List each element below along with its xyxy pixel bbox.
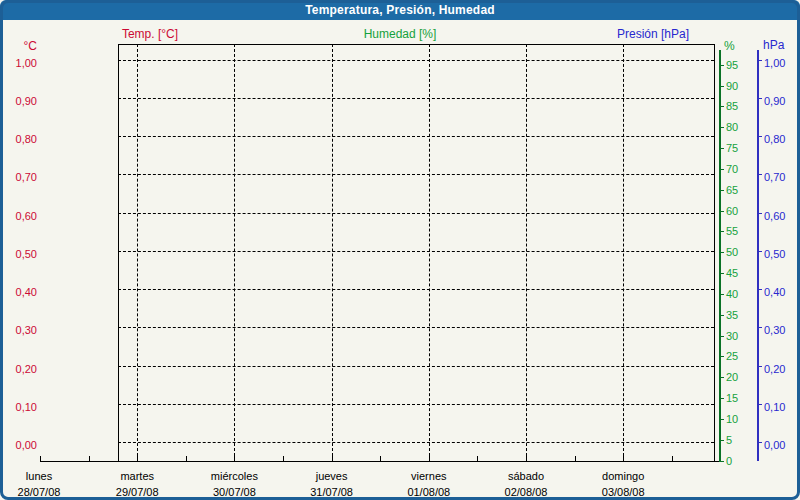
h-gridline xyxy=(118,289,714,290)
pressure-tick-label: 0,70 xyxy=(764,170,800,184)
x-axis-tick xyxy=(623,456,624,461)
humidity-tick-label: 80 xyxy=(726,120,754,134)
plot-frame-right xyxy=(714,44,715,461)
x-axis-line xyxy=(40,461,719,462)
x-axis-tick xyxy=(234,456,235,461)
humidity-tick-label: 60 xyxy=(726,204,754,218)
humidity-tick xyxy=(719,169,724,170)
x-date-label: 02/08/08 xyxy=(481,486,571,499)
x-date-label: 28/07/08 xyxy=(0,486,84,499)
humidity-tick-label: 25 xyxy=(726,349,754,363)
v-gridline xyxy=(234,44,235,461)
humidity-tick xyxy=(719,336,724,337)
pressure-tick xyxy=(757,327,762,328)
humidity-tick-label: 55 xyxy=(726,224,754,238)
x-axis-tick xyxy=(429,456,430,461)
pressure-tick-label: 0,00 xyxy=(764,438,800,452)
x-axis-tick xyxy=(283,456,284,461)
v-gridline xyxy=(526,44,527,461)
pressure-axis-unit: hPa xyxy=(763,38,797,52)
temp-tick-label: 0,40 xyxy=(2,285,37,299)
h-gridline xyxy=(118,442,714,443)
humidity-tick xyxy=(719,398,724,399)
x-day-label: miércoles xyxy=(189,470,279,483)
pressure-tick-label: 0,60 xyxy=(764,209,800,223)
legend-temperature: Temp. [°C] xyxy=(70,27,230,41)
pressure-tick xyxy=(757,213,762,214)
plot-frame-top xyxy=(118,44,714,45)
humidity-tick xyxy=(719,440,724,441)
temp-tick-label: 0,30 xyxy=(2,323,37,337)
pressure-tick-label: 0,50 xyxy=(764,247,800,261)
title-bar: Temperatura, Presión, Humedad xyxy=(0,0,800,20)
pressure-tick-label: 0,10 xyxy=(764,400,800,414)
humidity-tick xyxy=(719,356,724,357)
x-axis-tick xyxy=(380,456,381,461)
humidity-tick-label: 40 xyxy=(726,287,754,301)
x-date-label: 01/08/08 xyxy=(384,486,474,499)
humidity-tick-label: 65 xyxy=(726,183,754,197)
pressure-tick xyxy=(757,404,762,405)
pressure-tick xyxy=(757,366,762,367)
temp-tick-label: 0,80 xyxy=(2,132,37,146)
x-day-label: lunes xyxy=(0,470,84,483)
pressure-tick xyxy=(757,60,762,61)
humidity-tick xyxy=(719,231,724,232)
humidity-tick xyxy=(719,273,724,274)
x-axis-tick xyxy=(672,456,673,461)
x-axis-tick xyxy=(477,456,478,461)
x-date-label: 30/07/08 xyxy=(189,486,279,499)
temp-tick-label: 0,90 xyxy=(2,94,37,108)
x-axis-tick xyxy=(332,456,333,461)
pressure-tick xyxy=(757,251,762,252)
humidity-tick-label: 0 xyxy=(726,454,754,468)
pressure-tick-label: 0,90 xyxy=(764,94,800,108)
humidity-tick xyxy=(719,294,724,295)
pressure-tick-label: 0,30 xyxy=(764,323,800,337)
humidity-tick xyxy=(719,461,724,462)
x-day-label: sábado xyxy=(481,470,571,483)
x-axis-tick xyxy=(575,456,576,461)
humidity-tick-label: 85 xyxy=(726,99,754,113)
x-day-label: domingo xyxy=(578,470,668,483)
h-gridline xyxy=(118,213,714,214)
pressure-tick-label: 0,40 xyxy=(764,285,800,299)
humidity-tick xyxy=(719,148,724,149)
pressure-tick-label: 0,80 xyxy=(764,132,800,146)
temp-tick-label: 0,10 xyxy=(2,400,37,414)
x-axis-tick xyxy=(186,456,187,461)
humidity-tick xyxy=(719,211,724,212)
h-gridline xyxy=(118,327,714,328)
humidity-tick xyxy=(719,127,724,128)
h-gridline xyxy=(118,251,714,252)
pressure-tick xyxy=(757,174,762,175)
x-date-label: 03/08/08 xyxy=(578,486,668,499)
pressure-axis-line xyxy=(757,50,759,461)
x-date-label: 31/07/08 xyxy=(287,486,377,499)
humidity-tick-label: 95 xyxy=(726,58,754,72)
humidity-tick-label: 20 xyxy=(726,370,754,384)
humidity-tick-label: 15 xyxy=(726,391,754,405)
x-day-label: martes xyxy=(92,470,182,483)
v-gridline xyxy=(137,44,138,461)
humidity-tick xyxy=(719,106,724,107)
x-axis-tick xyxy=(137,456,138,461)
temp-axis-unit: °C xyxy=(2,39,37,53)
humidity-tick xyxy=(719,252,724,253)
humidity-tick xyxy=(719,419,724,420)
humidity-tick xyxy=(719,86,724,87)
humidity-tick xyxy=(719,315,724,316)
h-gridline xyxy=(118,174,714,175)
v-gridline xyxy=(429,44,430,461)
legend-pressure: Presión [hPa] xyxy=(573,27,733,41)
x-date-label: 29/07/08 xyxy=(92,486,182,499)
plot-frame-left xyxy=(118,44,119,461)
x-axis-tick xyxy=(40,456,41,461)
humidity-tick xyxy=(719,65,724,66)
humidity-tick-label: 70 xyxy=(726,162,754,176)
pressure-tick xyxy=(757,442,762,443)
page-title: Temperatura, Presión, Humedad xyxy=(305,3,495,17)
temp-tick-label: 0,60 xyxy=(2,209,37,223)
pressure-tick xyxy=(757,98,762,99)
temp-tick-label: 0,00 xyxy=(2,438,37,452)
